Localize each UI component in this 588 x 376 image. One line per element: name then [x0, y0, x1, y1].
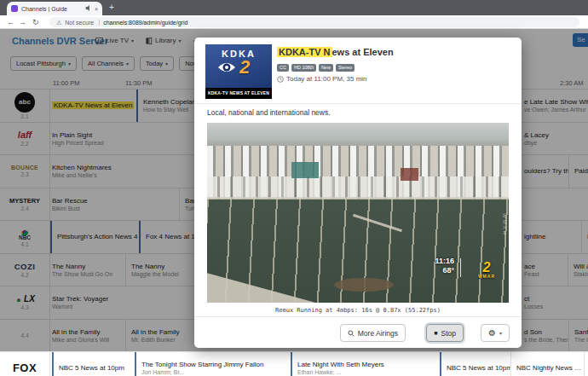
- channel-logo-fox: FOX: [13, 362, 37, 374]
- program-cell[interactable]: NBC 5 News at 10pm: [440, 352, 510, 376]
- modal-footer: More Airings ■ Stop ⚙ ▾: [194, 316, 522, 348]
- program-cell[interactable]: T: [584, 352, 588, 376]
- hd-badge: HD 1080i: [291, 64, 316, 72]
- more-airings-button[interactable]: More Airings: [340, 324, 406, 342]
- airing-time: Today at 11:00 PM, 35 min: [277, 75, 367, 83]
- station-logo-overlay: 2 WMAR: [478, 262, 495, 279]
- reload-icon[interactable]: ↻: [32, 17, 39, 27]
- overlay-divider: [460, 258, 461, 277]
- url-text[interactable]: channels:8089/admin/guide/grid: [103, 20, 187, 26]
- program-description: Local, national and international news.: [207, 108, 331, 117]
- back-icon[interactable]: ←: [7, 17, 14, 27]
- search-icon: [348, 330, 355, 337]
- cbs-eye-icon: [217, 61, 236, 73]
- not-secure-warning-icon[interactable]: ⚠: [56, 20, 61, 26]
- program-cell[interactable]: NBC Nightly News With Lester Holt: [510, 352, 584, 376]
- program-detail-modal: KDKA 2 KDKA-TV NEWS AT ELEVEN KDKA-TV Ne…: [194, 38, 522, 348]
- channels-favicon: [11, 5, 18, 12]
- station-watermark: WMAR: [502, 213, 507, 236]
- program-poster: KDKA 2 KDKA-TV NEWS AT ELEVEN: [205, 44, 272, 99]
- program-cell[interactable]: Late Night With Seth Meyers Ethan Hawke;…: [291, 352, 440, 376]
- tab-bar: Channels | Guide × +: [0, 0, 588, 15]
- program-cell[interactable]: NBC 5 News at 10pm: [52, 352, 135, 376]
- forward-icon[interactable]: →: [19, 17, 26, 27]
- cc-badge: CC: [277, 64, 289, 72]
- poster-channel-number: 2: [239, 56, 250, 78]
- poster-banner-text: KDKA-TV NEWS AT ELEVEN: [205, 88, 272, 99]
- video-preview[interactable]: WMAR 11:16 68° 2 WMAR: [207, 123, 509, 303]
- clock-icon: [277, 76, 284, 83]
- program-cell[interactable]: The Tonight Show Starring Jimmy Fallon J…: [135, 352, 291, 376]
- time-temp-overlay: 11:16 68°: [435, 257, 454, 275]
- stop-icon: ■: [434, 330, 437, 336]
- tab-close-icon[interactable]: ×: [95, 6, 98, 12]
- guide-row: FOX NBC 5 News at 10pm The Tonight Show …: [0, 351, 588, 376]
- poster-station-text: KDKA: [205, 49, 272, 59]
- url-field[interactable]: ⚠ Not secure channels:8089/admin/guide/g…: [49, 17, 579, 27]
- stop-button[interactable]: ■ Stop: [426, 324, 464, 342]
- gear-icon: ⚙: [488, 329, 496, 338]
- transcode-status: Remux Running at 4mbps: 16s @ 0.87x (55.…: [194, 307, 522, 314]
- stereo-badge: Stereo: [336, 64, 355, 72]
- channel-cell[interactable]: FOX: [0, 352, 49, 376]
- program-badges: CC HD 1080i New Stereo: [277, 64, 355, 72]
- not-secure-label: Not secure: [65, 20, 100, 26]
- new-tab-button[interactable]: +: [109, 3, 114, 12]
- tab-title: Channels | Guide: [21, 6, 82, 12]
- program-title: KDKA-TV News at Eleven: [277, 47, 394, 57]
- browser-window: Channels | Guide × + ← → ↻ ⚠ Not secure …: [0, 0, 588, 376]
- address-bar: ← → ↻ ⚠ Not secure channels:8089/admin/g…: [0, 15, 588, 29]
- tab-audio-icon[interactable]: [85, 5, 91, 12]
- browser-tab[interactable]: Channels | Guide ×: [7, 2, 102, 15]
- search-highlight: KDKA-TV N: [277, 47, 332, 57]
- settings-dropdown-button[interactable]: ⚙ ▾: [481, 324, 510, 342]
- chevron-down-icon: ▾: [499, 330, 502, 336]
- divider: [194, 103, 522, 104]
- new-badge: New: [319, 64, 333, 72]
